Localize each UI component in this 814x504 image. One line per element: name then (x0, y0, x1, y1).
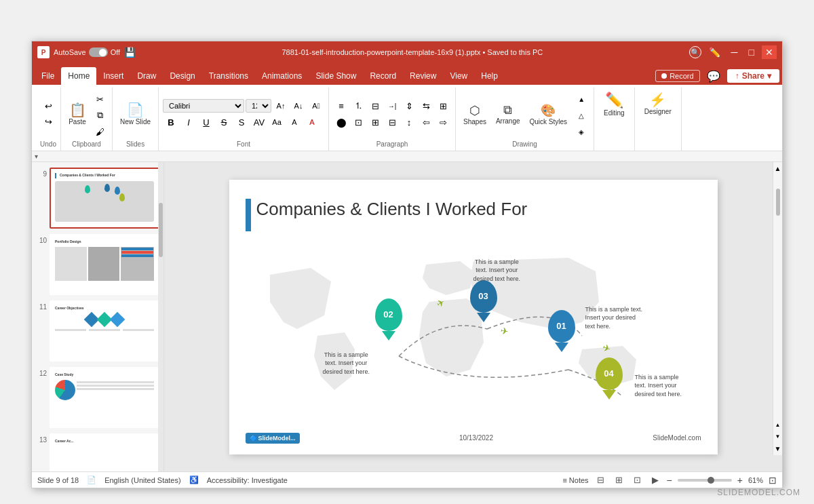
autosave-toggle[interactable] (89, 47, 108, 57)
align-center-button[interactable]: ⊡ (350, 115, 366, 130)
scroll-up-icon[interactable]: ▲ (772, 162, 782, 175)
shapes-button[interactable]: ⬡ Shapes (460, 101, 490, 128)
shadow-button[interactable]: S (233, 115, 250, 130)
numbered-list-button[interactable]: ⒈ (350, 98, 366, 113)
close-button[interactable]: ✕ (762, 45, 777, 59)
slide-sorter-button[interactable]: ⊞ (613, 474, 625, 486)
tab-transitions[interactable]: Transitions (202, 67, 255, 85)
tab-view[interactable]: View (443, 67, 474, 85)
columns-button[interactable]: ⊟ (367, 98, 383, 113)
font-family-select[interactable]: Calibri (163, 99, 244, 113)
minimize-button[interactable]: ─ (728, 45, 741, 59)
ribbon-group-designer: ⚡ Designer (635, 88, 682, 151)
normal-view-button[interactable]: ⊟ (594, 474, 607, 486)
slide-thumb-10[interactable]: Portfolio Design (50, 234, 159, 295)
font-color-button[interactable]: A (304, 115, 320, 130)
slide-thumb-12[interactable]: Case Study (50, 367, 159, 428)
slide-thumb-13[interactable]: Career Ac... (50, 433, 159, 471)
zoom-slider[interactable] (678, 479, 732, 482)
canvas-vscroll[interactable]: ▲ ▲ ▼ ▼ (773, 162, 782, 455)
char-spacing-button[interactable]: AV (251, 115, 267, 130)
comment-button[interactable]: 💬 (704, 70, 723, 83)
pen-icon[interactable]: ✏️ (705, 45, 724, 59)
align-left-button[interactable]: ⬤ (333, 115, 349, 130)
justify-button[interactable]: ⊟ (384, 115, 400, 130)
font-increase-button[interactable]: A↑ (273, 98, 289, 113)
rtl-button[interactable]: ⇦ (418, 115, 434, 130)
slide-item-10[interactable]: 10 Portfolio Design (35, 233, 161, 296)
share-button[interactable]: ↑ Share ▾ (727, 69, 779, 83)
ltr-button[interactable]: ⇨ (435, 115, 451, 130)
undo-button[interactable]: ↩ (40, 99, 56, 114)
tab-help[interactable]: Help (474, 67, 505, 85)
slideshow-view-button[interactable]: ▶ (649, 474, 661, 486)
redo-button[interactable]: ↪ (40, 115, 56, 130)
new-slide-button[interactable]: 📄 New Slide (117, 101, 154, 128)
scroll-down-icon[interactable]: ▼ (772, 442, 782, 455)
slides-scrollbar[interactable] (158, 162, 163, 471)
scroll-down-1-icon[interactable]: ▲ (773, 419, 782, 431)
shape-outline-button[interactable]: △ (573, 108, 589, 123)
reading-view-button[interactable]: ⊡ (631, 474, 644, 486)
search-button[interactable]: 🔍 (689, 46, 701, 58)
pin-04[interactable]: 04 (596, 357, 623, 400)
align-right-button[interactable]: ⊞ (367, 115, 383, 130)
tab-file[interactable]: File (35, 67, 61, 85)
tab-animations[interactable]: Animations (255, 67, 309, 85)
tab-record[interactable]: Record (363, 67, 403, 85)
format-painter-button[interactable]: 🖌 (92, 124, 108, 139)
slide-item-12[interactable]: 12 Case Study (35, 366, 161, 429)
shape-fill-button[interactable]: ▲ (573, 92, 589, 106)
slide-title[interactable]: Companies & Clients I Worked For (256, 199, 528, 220)
tab-home[interactable]: Home (61, 67, 96, 85)
strikethrough-button[interactable]: S (216, 115, 232, 130)
arrange-button[interactable]: ⧉ Arrange (492, 101, 524, 127)
line-spacing-button[interactable]: ↕ (401, 115, 417, 130)
bullets-button[interactable]: ≡ (333, 98, 349, 113)
indent-right-button[interactable]: →| (384, 98, 400, 113)
bold-button[interactable]: B (163, 115, 179, 130)
notes-button[interactable]: ≡ Notes (562, 476, 588, 484)
zoom-in-button[interactable]: + (737, 475, 743, 486)
cut-button[interactable]: ✂ (92, 92, 108, 106)
font-decrease-button[interactable]: A↓ (290, 98, 307, 113)
tab-slide-show[interactable]: Slide Show (309, 67, 363, 85)
convert-text-button[interactable]: ⇆ (418, 98, 434, 113)
pin-03[interactable]: 03 (470, 280, 497, 322)
slide-item-13[interactable]: 13 Career Ac... (35, 432, 161, 471)
italic-button[interactable]: I (180, 115, 197, 130)
zoom-out-button[interactable]: − (667, 475, 672, 486)
tab-review[interactable]: Review (403, 67, 443, 85)
copy-button[interactable]: ⧉ (92, 108, 108, 123)
maximize-button[interactable]: □ (745, 45, 758, 59)
underline-button[interactable]: U (198, 115, 214, 130)
smart-art-button[interactable]: ⊞ (435, 98, 451, 113)
slide-item-9[interactable]: 9 Companies & Clients I Worked For (35, 166, 161, 230)
accessibility-label[interactable]: Accessibility: Investigate (207, 476, 288, 484)
font-color-aa-button[interactable]: Aa (269, 115, 285, 130)
pin-02[interactable]: 02 (375, 298, 402, 341)
highlight-button[interactable]: A (286, 115, 303, 130)
pin-01[interactable]: 01 (548, 310, 575, 352)
slide-thumb-9[interactable]: Companies & Clients I Worked For (50, 168, 159, 229)
font-size-select[interactable]: 12 (246, 99, 271, 113)
canvas-area[interactable]: ▲ ▲ ▼ ▼ Companies & Clients I Worked For (164, 162, 782, 471)
slide-canvas[interactable]: Companies & Clients I Worked For (229, 180, 718, 454)
slide-item-11[interactable]: 11 Career Objectives (35, 299, 161, 363)
paste-button[interactable]: 📋 Paste (65, 101, 90, 128)
slides-panel[interactable]: 9 Companies & Clients I Worked For (32, 162, 164, 471)
scroll-down-2-icon[interactable]: ▼ (773, 431, 782, 442)
clear-format-button[interactable]: A⃝ (308, 98, 324, 113)
shape-effects-button[interactable]: ◈ (573, 124, 589, 139)
slide-thumb-11[interactable]: Career Objectives (50, 301, 159, 362)
zoom-level[interactable]: 61% (748, 476, 763, 484)
tab-design[interactable]: Design (163, 67, 201, 85)
save-icon[interactable]: 💾 (124, 47, 136, 58)
tab-insert[interactable]: Insert (96, 67, 130, 85)
record-button[interactable]: Record (655, 70, 699, 82)
quick-styles-button[interactable]: 🎨 Quick Styles (526, 101, 571, 128)
fit-slide-button[interactable]: ⊡ (769, 475, 777, 486)
tab-draw[interactable]: Draw (130, 67, 163, 85)
panel-collapse-bar[interactable]: ▾ (32, 151, 782, 162)
text-direction-button[interactable]: ⇕ (401, 98, 417, 113)
